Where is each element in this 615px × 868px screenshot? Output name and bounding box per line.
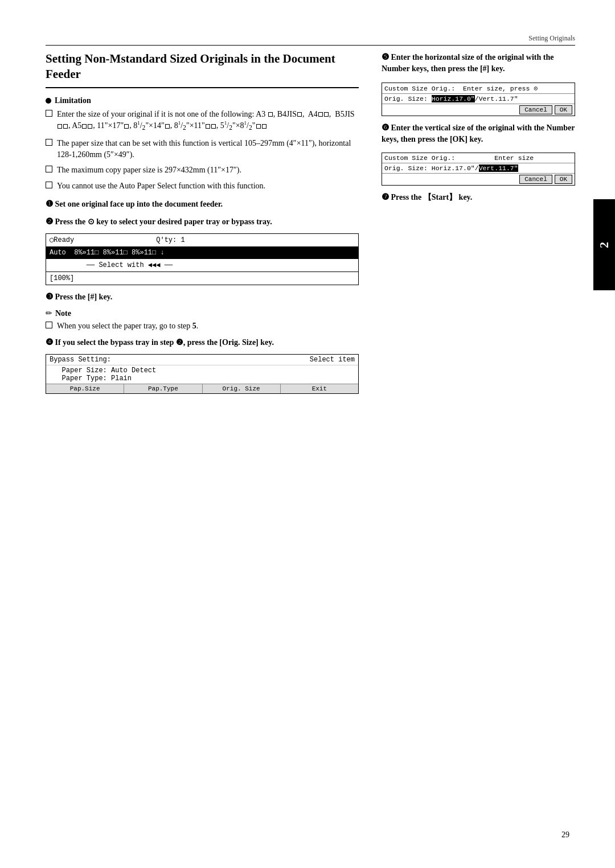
step-7: ❼ Press the 【Start】 key. (382, 191, 575, 203)
step-2-number: ❷ (46, 216, 53, 228)
step-5-cancel-btn[interactable]: Cancel (519, 105, 552, 114)
step-5: ❺ Enter the horizontal size of the origi… (382, 51, 575, 75)
step-1-text: Set one original face up into the docume… (55, 200, 223, 208)
lcd-row-auto: Auto 8%»11□ 8%»11□ 8%»11□ ↓ (46, 246, 358, 259)
lcd-row-ready: ◯Ready Q'ty: 1 (46, 234, 358, 246)
step-5-lcd-title: Custom Size Orig.: Enter size, press ⊙ (384, 84, 538, 92)
step-5-lcd: Custom Size Orig.: Enter size, press ⊙ O… (382, 83, 575, 116)
limitation-item-4: You cannot use the Auto Paper Select fun… (57, 180, 265, 192)
checkbox-icon (46, 182, 52, 188)
step-6-lcd-body: Orig. Size: Horiz.17.0"/Vert.11.7" (382, 163, 575, 173)
step-6-number: ❻ (382, 122, 389, 134)
note-icon: ✏ (46, 308, 52, 318)
right-column: ❺ Enter the horizontal size of the origi… (382, 51, 575, 397)
content-columns: Setting Non-Mstandard Sized Originals in… (46, 51, 575, 397)
step-7-text: Press the 【Start】 key. (391, 193, 473, 201)
list-item: You cannot use the Auto Paper Select fun… (46, 180, 359, 192)
bypass-paper-size: Paper Size: Auto Detect (50, 367, 355, 375)
bypass-body: Paper Size: Auto Detect Paper Type: Plai… (46, 365, 358, 384)
step-5-text: Enter the horizontal size of the origina… (382, 53, 554, 73)
step-4-text: If you select the bypass tray in step ❷,… (55, 338, 274, 347)
limitation-title: Limitation (55, 96, 91, 105)
limitation-header: Limitation (46, 96, 359, 105)
list-item: The maximum copy paper size is 297×432mm… (46, 164, 359, 176)
step-3-text: Press the [#] key. (55, 293, 113, 301)
step-6-ok-btn[interactable]: OK (555, 175, 572, 184)
note-text: When you select the paper tray, go to st… (57, 320, 198, 332)
horiz-highlight: Horiz.17.0" (432, 95, 475, 102)
step-2: ❷ Press the ⊙ key to select your desired… (46, 216, 359, 228)
limitation-item-1: Enter the size of your original if it is… (57, 109, 359, 133)
note-list: When you select the paper tray, go to st… (46, 320, 359, 332)
bypass-lcd: Bypass Setting: Select item Paper Size: … (46, 354, 359, 394)
limitation-item-2: The paper size that can be set with this… (57, 138, 359, 160)
step-5-lcd-body: Orig. Size: Horiz.17.0"/Vert.11.7" (382, 94, 575, 104)
step-1: ❶ Set one original face up into the docu… (46, 198, 359, 210)
step-4: ❹ If you select the bypass tray in step … (46, 336, 359, 348)
vert-highlight: Vert.11.7" (479, 164, 518, 172)
bypass-header: Bypass Setting: Select item (46, 355, 358, 365)
lcd-row-select: ── Select with ◀◀◀ ── (46, 259, 358, 271)
step-6-lcd-title: Custom Size Orig.: Enter size (384, 154, 534, 162)
page-container: Setting Originals 2 Setting Non-Mstandar… (0, 0, 615, 868)
note-section: ✏ Note When you select the paper tray, g… (46, 308, 359, 332)
step-3-number: ❸ (46, 291, 53, 303)
note-header: ✏ Note (46, 308, 359, 318)
page-number: 29 (561, 830, 569, 840)
bypass-btn-exit[interactable]: Exit (281, 384, 358, 393)
note-item: When you select the paper tray, go to st… (46, 320, 359, 332)
bypass-paper-type: Paper Type: Plain (50, 375, 355, 382)
step-6-lcd: Custom Size Orig.: Enter size Orig. Size… (382, 153, 575, 186)
step-4-number: ❹ (46, 336, 53, 348)
bypass-buttons: Pap.Size Pap.Type Orig. Size Exit (46, 384, 358, 393)
step-5-lcd-footer: Cancel OK (382, 104, 575, 116)
step-7-number: ❼ (382, 191, 389, 203)
step-3: ❸ Press the [#] key. (46, 291, 359, 303)
section-title: Setting Originals (528, 34, 575, 43)
bullet-icon (46, 98, 51, 104)
step-6-cancel-btn[interactable]: Cancel (519, 175, 552, 184)
step-5-number: ❺ (382, 51, 389, 63)
step-5-ok-btn[interactable]: OK (555, 105, 572, 114)
limitation-list: Enter the size of your original if it is… (46, 109, 359, 192)
bypass-title: Bypass Setting: (50, 356, 111, 364)
checkbox-icon (46, 110, 52, 117)
step-6: ❻ Enter the vertical size of the origina… (382, 122, 575, 145)
step-2-text: Press the ⊙ key to select your desired p… (55, 217, 272, 226)
list-item: The paper size that can be set with this… (46, 138, 359, 160)
lcd-row-zoom: [100%] (46, 271, 358, 285)
bypass-status: Select item (310, 356, 355, 364)
checkbox-icon (46, 139, 52, 146)
side-tab-label: 2 (597, 242, 612, 248)
note-title: Note (55, 309, 71, 318)
limitation-item-3: The maximum copy paper size is 297×432mm… (57, 164, 241, 176)
step-1-number: ❶ (46, 198, 53, 210)
step-6-lcd-footer: Cancel OK (382, 173, 575, 185)
left-column: Setting Non-Mstandard Sized Originals in… (46, 51, 359, 397)
step-6-text: Enter the vertical size of the original … (382, 124, 575, 143)
main-title: Setting Non-Mstandard Sized Originals in… (46, 51, 359, 88)
step-6-lcd-header: Custom Size Orig.: Enter size (382, 153, 575, 163)
side-tab: 2 (593, 199, 615, 290)
list-item: Enter the size of your original if it is… (46, 109, 359, 133)
step-5-lcd-header: Custom Size Orig.: Enter size, press ⊙ (382, 83, 575, 94)
page-header: Setting Originals (46, 34, 575, 46)
step-2-lcd: ◯Ready Q'ty: 1 Auto 8%»11□ 8%»11□ 8%»11□… (46, 233, 359, 285)
checkbox-icon (46, 322, 52, 328)
checkbox-icon (46, 166, 52, 172)
bypass-btn-origsize[interactable]: Orig. Size (203, 384, 281, 393)
bypass-btn-paptype[interactable]: Pap.Type (124, 384, 202, 393)
limitation-section: Limitation Enter the size of your origin… (46, 96, 359, 192)
bypass-btn-papsize[interactable]: Pap.Size (46, 384, 124, 393)
